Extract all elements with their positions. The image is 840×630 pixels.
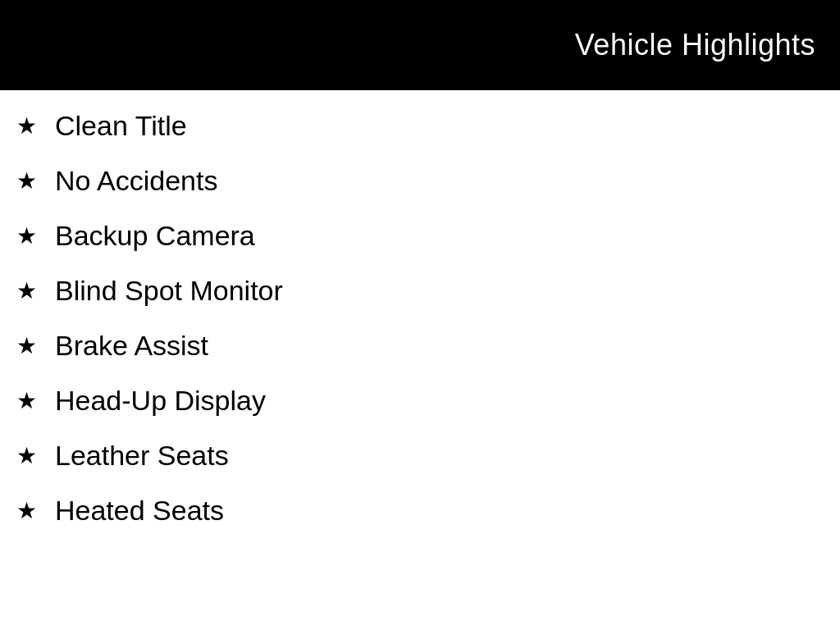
highlight-item-backup-camera: ★Backup Camera [16, 208, 840, 263]
star-icon: ★ [16, 335, 37, 358]
highlight-item-no-accidents: ★No Accidents [16, 153, 840, 208]
highlight-label-backup-camera: Backup Camera [55, 220, 255, 252]
highlight-label-leather-seats: Leather Seats [55, 440, 229, 472]
star-icon: ★ [16, 225, 37, 248]
highlight-label-no-accidents: No Accidents [55, 165, 217, 197]
highlight-item-clean-title: ★Clean Title [16, 98, 840, 153]
highlight-label-blind-spot-monitor: Blind Spot Monitor [55, 275, 283, 307]
highlight-item-heated-seats: ★Heated Seats [16, 483, 840, 538]
highlight-item-brake-assist: ★Brake Assist [16, 318, 840, 373]
star-icon: ★ [16, 445, 37, 468]
highlight-item-head-up-display: ★Head-Up Display [16, 373, 840, 428]
highlight-item-leather-seats: ★Leather Seats [16, 428, 840, 483]
star-icon: ★ [16, 390, 37, 413]
star-icon: ★ [16, 280, 37, 303]
star-icon: ★ [16, 500, 37, 523]
star-icon: ★ [16, 170, 37, 193]
highlight-item-blind-spot-monitor: ★Blind Spot Monitor [16, 263, 840, 318]
highlight-label-clean-title: Clean Title [55, 110, 187, 142]
highlights-list: ★Clean Title★No Accidents★Backup Camera★… [0, 90, 840, 538]
highlight-label-head-up-display: Head-Up Display [55, 385, 266, 417]
highlight-label-heated-seats: Heated Seats [55, 495, 224, 527]
page-title: Vehicle Highlights [575, 28, 815, 62]
star-icon: ★ [16, 115, 37, 138]
page-header: Vehicle Highlights [0, 0, 840, 90]
highlight-label-brake-assist: Brake Assist [55, 330, 208, 362]
